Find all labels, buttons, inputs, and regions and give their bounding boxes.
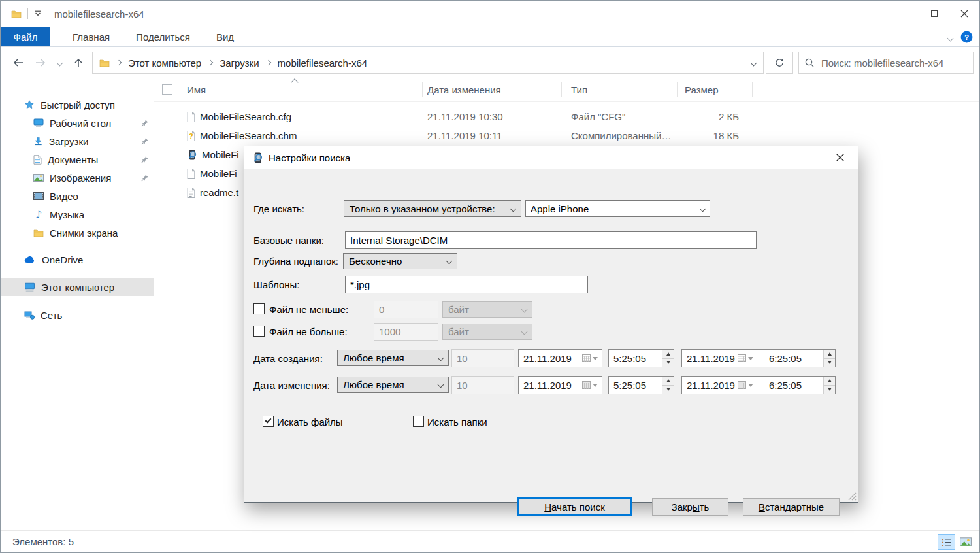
date-created-from-picker[interactable]: 21.11.2019: [518, 349, 602, 367]
column-header-type[interactable]: Тип: [561, 84, 677, 95]
up-button[interactable]: [67, 52, 90, 74]
max-size-checkbox[interactable]: [253, 326, 265, 337]
window-title: mobilefilesearch-x64: [54, 8, 144, 20]
forward-button[interactable]: [29, 52, 52, 74]
column-header-name[interactable]: Имя: [180, 84, 422, 95]
pin-icon: [140, 119, 149, 127]
sidebar-item-documents[interactable]: Документы: [1, 150, 154, 169]
sidebar-item-onedrive[interactable]: OneDrive: [1, 250, 154, 269]
close-dialog-button[interactable]: Закрыть: [652, 498, 728, 516]
column-divider[interactable]: [422, 82, 423, 97]
spin-down-button[interactable]: [824, 358, 835, 367]
calendar-icon[interactable]: [582, 381, 602, 389]
column-divider[interactable]: [561, 82, 562, 97]
sidebar-item-videos[interactable]: Видео: [1, 187, 154, 205]
large-icons-view-button[interactable]: [956, 534, 974, 550]
min-size-checkbox[interactable]: [253, 303, 265, 314]
column-divider[interactable]: [677, 82, 678, 97]
chevron-down-icon[interactable]: [695, 201, 710, 216]
sidebar-item-this-pc[interactable]: Этот компьютер: [1, 278, 154, 296]
documents-icon: [33, 155, 42, 165]
maximize-button[interactable]: [919, 1, 949, 27]
search-box[interactable]: [798, 52, 974, 74]
breadcrumb-downloads[interactable]: Загрузки: [217, 58, 261, 69]
date-created-mode-select[interactable]: Любое время: [337, 350, 449, 366]
sidebar-item-music[interactable]: ♪ Музыка: [1, 205, 154, 224]
search-folders-checkbox[interactable]: [413, 416, 424, 427]
search-input[interactable]: [821, 58, 968, 69]
depth-select[interactable]: Бесконечно: [343, 253, 457, 269]
sidebar-item-pictures[interactable]: Изображения: [1, 169, 154, 187]
sidebar-item-downloads[interactable]: Загрузки: [1, 132, 154, 150]
close-button[interactable]: [949, 1, 979, 27]
column-header-date-modified[interactable]: Дата изменения: [422, 84, 561, 95]
file-row[interactable]: MobileFileSearch.cfg 21.11.2019 10:30 Фа…: [154, 107, 979, 126]
spin-down-button[interactable]: [662, 385, 674, 394]
time-modified-to-spinner[interactable]: 6:25:05: [764, 377, 835, 394]
dialog-titlebar: Настройки поиска: [244, 146, 858, 169]
text-file-icon: [187, 188, 195, 198]
sidebar-item-network[interactable]: Сеть: [1, 306, 154, 324]
network-icon: [24, 311, 35, 320]
back-button[interactable]: [7, 52, 29, 74]
breadcrumb-folder-icon: [99, 59, 110, 67]
device-input[interactable]: [526, 203, 695, 214]
time-modified-from-spinner[interactable]: 5:25:05: [608, 376, 674, 394]
calendar-icon[interactable]: [738, 354, 757, 362]
address-dropdown-icon[interactable]: [743, 52, 763, 73]
tab-file[interactable]: Файл: [1, 27, 50, 46]
device-combobox[interactable]: [525, 200, 710, 217]
spin-down-button[interactable]: [824, 385, 835, 394]
file-row[interactable]: ? MobileFileSearch.chm 21.11.2019 10:11 …: [154, 126, 979, 145]
reset-defaults-button[interactable]: В стандартные: [743, 498, 840, 516]
breadcrumb-current-folder[interactable]: mobilefilesearch-x64: [275, 58, 370, 69]
date-modified-label: Дата изменения:: [253, 380, 330, 391]
help-icon[interactable]: ?: [960, 31, 973, 43]
time-created-to-spinner[interactable]: 6:25:05: [764, 350, 835, 367]
time-created-from-spinner[interactable]: 5:25:05: [608, 349, 674, 367]
where-select[interactable]: Только в указанном устройстве:: [344, 200, 521, 217]
spin-up-button[interactable]: [824, 377, 835, 385]
refresh-button[interactable]: [766, 52, 793, 74]
breadcrumb-chevron-icon: [116, 60, 122, 65]
minimize-button[interactable]: [889, 1, 919, 27]
chevron-down-icon: [438, 382, 444, 388]
dialog-close-icon[interactable]: [830, 148, 850, 167]
quick-access-toolbar-customize-icon[interactable]: [34, 10, 42, 17]
ribbon-collapse-icon[interactable]: [948, 31, 953, 42]
column-divider[interactable]: [752, 82, 753, 97]
date-modified-to-picker[interactable]: 21.11.2019: [682, 377, 764, 394]
patterns-input[interactable]: [345, 276, 588, 293]
start-search-button[interactable]: Начать поиск: [517, 497, 632, 516]
chevron-down-icon: [521, 307, 528, 313]
resize-grip[interactable]: [848, 492, 857, 501]
breadcrumb-chevron-icon: [265, 60, 270, 65]
select-all-checkbox[interactable]: [162, 84, 172, 95]
sidebar-item-desktop[interactable]: Рабочий стол: [1, 114, 154, 132]
breadcrumb-this-pc[interactable]: Этот компьютер: [125, 58, 204, 69]
tab-share[interactable]: Поделиться: [123, 27, 203, 46]
date-created-days-input: [451, 349, 514, 367]
spin-up-button[interactable]: [662, 350, 674, 358]
svg-text:?: ?: [189, 132, 193, 140]
tab-view[interactable]: Вид: [203, 27, 247, 46]
recent-locations-icon[interactable]: [52, 52, 67, 74]
sidebar-item-quick-access[interactable]: Быстрый доступ: [1, 95, 154, 114]
sidebar-item-screenshots[interactable]: Снимки экрана: [1, 224, 154, 242]
calendar-icon[interactable]: [738, 381, 757, 389]
date-modified-from-picker[interactable]: 21.11.2019: [518, 376, 602, 394]
spin-down-button[interactable]: [662, 358, 674, 367]
date-created-to-picker[interactable]: 21.11.2019: [682, 350, 764, 367]
tab-home[interactable]: Главная: [59, 27, 123, 46]
music-note-icon: ♪: [33, 209, 44, 221]
search-files-checkbox[interactable]: [263, 416, 274, 427]
details-view-button[interactable]: [938, 534, 955, 550]
base-folders-input[interactable]: [345, 231, 757, 249]
spin-up-button[interactable]: [662, 377, 674, 385]
spin-up-button[interactable]: [824, 350, 835, 358]
app-icon: [187, 150, 197, 160]
date-modified-mode-select[interactable]: Любое время: [337, 377, 449, 393]
calendar-icon[interactable]: [582, 354, 602, 362]
address-bar[interactable]: Этот компьютер Загрузки mobilefilesearch…: [92, 52, 764, 74]
column-header-size[interactable]: Размер: [677, 84, 752, 95]
